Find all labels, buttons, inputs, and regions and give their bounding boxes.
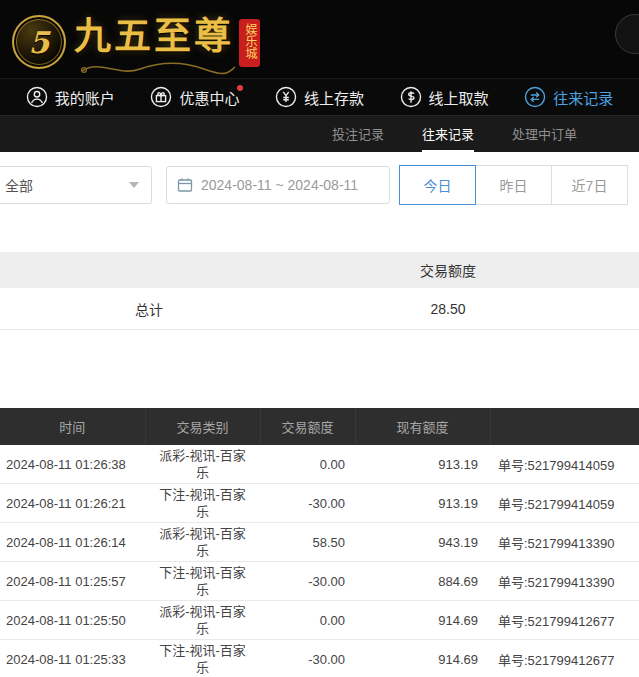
nav-item-label: 我的账户 bbox=[55, 87, 115, 108]
tab-processing-orders[interactable]: 处理中订单 bbox=[512, 116, 577, 152]
category-select-value: 全部 bbox=[5, 175, 33, 195]
cell-time: 2024-08-11 01:25:57 bbox=[0, 562, 145, 601]
cell-time: 2024-08-11 01:25:50 bbox=[0, 601, 145, 640]
cell-time: 2024-08-11 01:26:14 bbox=[0, 523, 145, 562]
gift-icon bbox=[150, 86, 172, 108]
cell-amount: -30.00 bbox=[260, 562, 355, 601]
transfer-records-icon bbox=[524, 86, 546, 108]
calendar-icon bbox=[177, 177, 193, 193]
cell-amount: 0.00 bbox=[260, 601, 355, 640]
nav-item-withdraw[interactable]: 线上取款 bbox=[382, 79, 507, 115]
site-header: 5 九五至尊 娱乐城 bbox=[0, 0, 639, 78]
date-range-value: 2024-08-11 ~ 2024-08-11 bbox=[201, 177, 358, 193]
logo-emblem-number: 5 bbox=[29, 25, 50, 60]
logo-badge: 娱乐城 bbox=[239, 19, 260, 67]
cell-time: 2024-08-11 01:26:21 bbox=[0, 484, 145, 523]
floating-widget[interactable] bbox=[615, 14, 639, 54]
nav-item-transfer-records[interactable]: 往来记录 bbox=[506, 79, 631, 115]
quick-range-group: 今日 昨日 近7日 bbox=[400, 165, 628, 205]
withdraw-icon bbox=[400, 86, 422, 108]
records-table-body: 2024-08-11 01:26:38 派彩-视讯-百家乐 0.00 913.1… bbox=[0, 445, 639, 677]
deposit-icon bbox=[275, 86, 297, 108]
yesterday-button[interactable]: 昨日 bbox=[475, 165, 552, 205]
logo-flourish-icon bbox=[78, 57, 238, 79]
user-icon bbox=[26, 86, 48, 108]
cell-amount: -30.00 bbox=[260, 484, 355, 523]
cell-amount: 0.00 bbox=[260, 445, 355, 484]
promo-new-dot bbox=[237, 85, 243, 91]
summary-section: 交易额度 总计 28.50 bbox=[0, 252, 639, 330]
cell-type: 下注-视讯-百家乐 bbox=[145, 640, 260, 677]
category-select[interactable]: 全部 bbox=[0, 166, 152, 204]
spacer bbox=[0, 218, 639, 252]
cell-type: 派彩-视讯-百家乐 bbox=[145, 523, 260, 562]
filter-bar: 全部 2024-08-11 ~ 2024-08-11 今日 昨日 近7日 bbox=[0, 152, 639, 218]
table-row: 2024-08-11 01:26:21 下注-视讯-百家乐 -30.00 913… bbox=[0, 484, 639, 523]
cell-time: 2024-08-11 01:26:38 bbox=[0, 445, 145, 484]
cell-balance: 914.69 bbox=[355, 601, 490, 640]
records-table: 时间 交易类别 交易额度 现有额度 2024-08-11 01:26:38 派彩… bbox=[0, 408, 639, 677]
tab-label: 投注记录 bbox=[332, 124, 384, 143]
tab-betting-records[interactable]: 投注记录 bbox=[332, 116, 384, 152]
summary-total-label: 总计 bbox=[0, 299, 298, 319]
table-row: 2024-08-11 01:25:57 下注-视讯-百家乐 -30.00 884… bbox=[0, 562, 639, 601]
table-row: 2024-08-11 01:26:14 派彩-视讯-百家乐 58.50 943.… bbox=[0, 523, 639, 562]
cell-order: 单号:521799414059 bbox=[490, 445, 639, 484]
header-type: 交易类别 bbox=[145, 408, 260, 445]
cell-order: 单号:521799412677 bbox=[490, 640, 639, 677]
nav-item-deposit[interactable]: 线上存款 bbox=[257, 79, 382, 115]
chevron-down-icon bbox=[129, 182, 139, 188]
nav-item-promotions[interactable]: 优惠中心 bbox=[133, 79, 258, 115]
last7days-button[interactable]: 近7日 bbox=[551, 165, 628, 205]
sub-nav: 投注记录 往来记录 处理中订单 bbox=[0, 115, 639, 152]
tab-label: 往来记录 bbox=[422, 124, 474, 143]
cell-amount: -30.00 bbox=[260, 640, 355, 677]
cell-type: 下注-视讯-百家乐 bbox=[145, 562, 260, 601]
nav-item-label: 往来记录 bbox=[553, 87, 613, 108]
cell-order: 单号:521799413390 bbox=[490, 562, 639, 601]
main-nav: 我的账户 优惠中心 线上存款 线上取款 往来记录 bbox=[0, 78, 639, 115]
summary-header-row: 交易额度 bbox=[0, 252, 639, 288]
cell-balance: 943.19 bbox=[355, 523, 490, 562]
cell-type: 派彩-视讯-百家乐 bbox=[145, 601, 260, 640]
cell-balance: 913.19 bbox=[355, 484, 490, 523]
cell-order: 单号:521799414059 bbox=[490, 484, 639, 523]
logo-emblem-icon: 5 bbox=[12, 15, 66, 69]
nav-item-label: 优惠中心 bbox=[179, 87, 239, 108]
date-range-picker[interactable]: 2024-08-11 ~ 2024-08-11 bbox=[166, 166, 390, 204]
site-logo[interactable]: 5 九五至尊 娱乐城 bbox=[12, 9, 260, 69]
cell-time: 2024-08-11 01:25:33 bbox=[0, 640, 145, 677]
cell-order: 单号:521799413390 bbox=[490, 523, 639, 562]
table-row: 2024-08-11 01:25:33 下注-视讯-百家乐 -30.00 914… bbox=[0, 640, 639, 677]
spacer bbox=[0, 330, 639, 408]
cell-order: 单号:521799412677 bbox=[490, 601, 639, 640]
header-time: 时间 bbox=[0, 408, 145, 445]
header-amount: 交易额度 bbox=[260, 408, 355, 445]
table-row: 2024-08-11 01:26:38 派彩-视讯-百家乐 0.00 913.1… bbox=[0, 445, 639, 484]
header-balance: 现有额度 bbox=[355, 408, 490, 445]
tab-transfer-records[interactable]: 往来记录 bbox=[422, 116, 474, 152]
logo-text: 九五至尊 bbox=[74, 13, 234, 59]
summary-header-amount: 交易额度 bbox=[298, 260, 598, 280]
tab-label: 处理中订单 bbox=[512, 124, 577, 143]
records-table-head: 时间 交易类别 交易额度 现有额度 bbox=[0, 408, 639, 445]
nav-item-my-account[interactable]: 我的账户 bbox=[8, 79, 133, 115]
cell-type: 下注-视讯-百家乐 bbox=[145, 484, 260, 523]
nav-item-label: 线上取款 bbox=[429, 87, 489, 108]
nav-item-label: 线上存款 bbox=[304, 87, 364, 108]
cell-balance: 913.19 bbox=[355, 445, 490, 484]
summary-total-row: 总计 28.50 bbox=[0, 288, 639, 330]
today-button[interactable]: 今日 bbox=[399, 165, 476, 205]
cell-amount: 58.50 bbox=[260, 523, 355, 562]
header-order bbox=[490, 408, 639, 445]
summary-total-value: 28.50 bbox=[298, 301, 598, 317]
table-row: 2024-08-11 01:25:50 派彩-视讯-百家乐 0.00 914.6… bbox=[0, 601, 639, 640]
cell-balance: 914.69 bbox=[355, 640, 490, 677]
cell-type: 派彩-视讯-百家乐 bbox=[145, 445, 260, 484]
cell-balance: 884.69 bbox=[355, 562, 490, 601]
